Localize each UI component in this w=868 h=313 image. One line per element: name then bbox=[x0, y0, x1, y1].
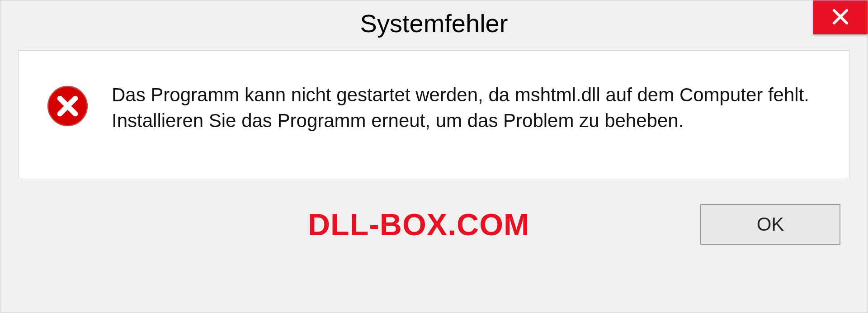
error-message: Das Programm kann nicht gestartet werden… bbox=[112, 82, 822, 133]
close-button[interactable] bbox=[813, 0, 868, 34]
watermark-text: DLL-BOX.COM bbox=[308, 207, 530, 242]
dialog-footer: DLL-BOX.COM OK bbox=[0, 193, 868, 256]
close-icon bbox=[831, 8, 849, 28]
ok-button[interactable]: OK bbox=[700, 204, 840, 245]
dialog-title: Systemfehler bbox=[360, 9, 508, 38]
error-dialog: Systemfehler Das Programm kann nicht ges… bbox=[0, 0, 868, 313]
titlebar: Systemfehler bbox=[0, 0, 868, 46]
error-icon bbox=[46, 85, 89, 128]
message-panel: Das Programm kann nicht gestartet werden… bbox=[19, 50, 849, 179]
